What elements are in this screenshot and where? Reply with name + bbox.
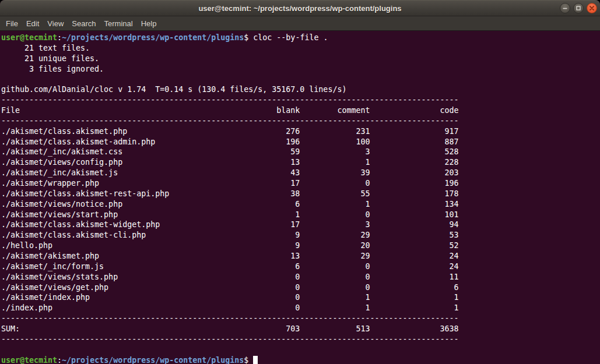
menubar: File Edit View Search Terminal Help [0,16,600,31]
prompt-line: user@tecmint:~/projects/wordpress/wp-con… [1,33,600,43]
terminal-text: ----------------------------------------… [1,96,459,104]
table-row: ./akismet/index.php 0 1 1 [1,292,600,303]
divider-line: ----------------------------------------… [1,313,600,324]
terminal-text: ./akismet/wrapper.php 17 0 196 [1,179,459,188]
terminal-text: ./akismet/akismet.php 13 29 24 [1,252,459,260]
window-controls [560,3,597,13]
terminal-text: ./akismet/class.akismet-cli.php 9 29 53 [1,231,459,239]
table-row: ./akismet/views/get.php 0 0 6 [1,282,600,293]
prompt-dollar: $ [244,356,253,364]
menu-help[interactable]: Help [137,17,161,30]
table-row: ./hello.php 9 20 52 [1,241,600,251]
close-icon [589,5,595,11]
prompt-colon: : [57,356,62,364]
terminal-text: SUM: 703 513 3638 [1,324,459,333]
terminal-text: File blank comment code [1,106,459,115]
terminal-text: ./akismet/class.akismet-admin.php 196 10… [1,137,459,146]
terminal-text: ----------------------------------------… [1,335,459,344]
prompt-user-host: user@tecmint [1,356,57,364]
table-row: ./akismet/class.akismet-cli.php 9 29 53 [1,230,600,241]
prompt-path: ~/projects/wordpress/wp-content/plugins [62,33,244,42]
prompt-user-host: user@tecmint [1,33,57,42]
prompt-path: ~/projects/wordpress/wp-content/plugins [62,356,244,364]
titlebar[interactable]: user@tecmint: ~/projects/wordpress/wp-co… [0,0,600,16]
prompt-colon: : [57,33,62,42]
table-row: ./index.php 0 1 1 [1,303,600,313]
terminal-text: 21 text files. [1,44,90,52]
terminal-text: 21 unique files. [1,54,99,63]
table-row: ./akismet/views/stats.php 0 0 11 [1,272,600,282]
terminal-text: ./akismet/class.akismet-widget.php 17 3 … [1,220,459,229]
menu-terminal[interactable]: Terminal [100,17,137,30]
table-header: File blank comment code [1,105,600,116]
close-button[interactable] [587,3,597,13]
maximize-icon [576,5,581,11]
terminal-text: 3 files ignored. [1,65,104,73]
table-row: ./akismet/_inc/akismet.css 59 3 528 [1,147,600,157]
blank-line [1,345,600,355]
table-row: ./akismet/wrapper.php 17 0 196 [1,178,600,189]
menu-file[interactable]: File [2,17,22,30]
terminal-text: ./akismet/index.php 0 1 1 [1,293,459,302]
table-row: ./akismet/_inc/akismet.js 43 39 203 [1,168,600,178]
command-text: cloc --by-file . [253,33,328,42]
terminal-window: user@tecmint: ~/projects/wordpress/wp-co… [0,0,600,364]
terminal-text: ./akismet/views/config.php 13 1 228 [1,158,459,167]
table-row: ./akismet/views/notice.php 6 1 134 [1,199,600,210]
divider-line: ----------------------------------------… [1,334,600,345]
table-row: ./akismet/class.akismet.php 276 231 917 [1,126,600,137]
cloc-version-line: github.com/AlDanial/cloc v 1.74 T=0.14 s… [1,84,600,95]
divider-line: ----------------------------------------… [1,116,600,126]
menu-search[interactable]: Search [68,17,100,30]
terminal-text: ./akismet/class.akismet.php 276 231 917 [1,127,459,136]
minimize-button[interactable] [560,3,570,13]
maximize-button[interactable] [573,3,584,13]
menu-view[interactable]: View [43,17,68,30]
divider-line: ----------------------------------------… [1,95,600,105]
terminal-output[interactable]: user@tecmint:~/projects/wordpress/wp-con… [0,31,600,364]
terminal-cursor [253,356,258,364]
table-row: ./akismet/views/config.php 13 1 228 [1,157,600,168]
summary-line: 3 files ignored. [1,64,600,75]
table-row: ./akismet/views/start.php 1 0 101 [1,210,600,220]
terminal-text: ./akismet/_inc/akismet.js 43 39 203 [1,168,459,177]
terminal-text: ./akismet/_inc/form.js 6 0 24 [1,262,459,271]
summary-line: 21 unique files. [1,54,600,64]
terminal-text: ./akismet/class.akismet-rest-api.php 38 … [1,189,459,198]
terminal-text: ./akismet/views/start.php 1 0 101 [1,210,459,219]
terminal-text: ./akismet/views/notice.php 6 1 134 [1,200,459,208]
menu-edit[interactable]: Edit [22,17,43,30]
terminal-text: ./akismet/views/stats.php 0 0 11 [1,273,459,281]
prompt-dollar: $ [244,33,253,42]
table-row: ./akismet/_inc/form.js 6 0 24 [1,261,600,272]
prompt-line: user@tecmint:~/projects/wordpress/wp-con… [1,355,600,364]
table-row: ./akismet/akismet.php 13 29 24 [1,251,600,261]
minimize-icon [562,5,568,11]
terminal-text: ----------------------------------------… [1,314,459,323]
table-row: ./akismet/class.akismet-admin.php 196 10… [1,137,600,147]
window-title: user@tecmint: ~/projects/wordpress/wp-co… [0,1,600,16]
terminal-text: ./akismet/_inc/akismet.css 59 3 528 [1,147,459,156]
terminal-text: ./index.php 0 1 1 [1,303,459,312]
terminal-text: ./hello.php 9 20 52 [1,241,459,250]
terminal-text: ./akismet/views/get.php 0 0 6 [1,283,459,292]
table-sum-row: SUM: 703 513 3638 [1,324,600,334]
table-row: ./akismet/class.akismet-widget.php 17 3 … [1,220,600,230]
terminal-text: ----------------------------------------… [1,116,459,125]
blank-line [1,74,600,84]
terminal-text: github.com/AlDanial/cloc v 1.74 T=0.14 s… [1,85,346,94]
summary-line: 21 text files. [1,43,600,54]
table-row: ./akismet/class.akismet-rest-api.php 38 … [1,189,600,199]
